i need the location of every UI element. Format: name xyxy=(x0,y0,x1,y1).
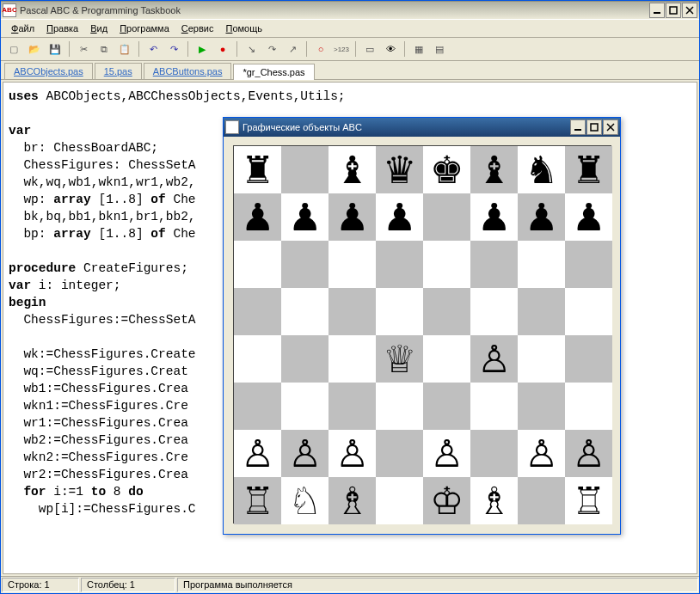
square-f6[interactable] xyxy=(470,241,518,288)
square-g1[interactable] xyxy=(518,477,565,524)
props-icon[interactable]: ▤ xyxy=(431,40,448,58)
square-d3[interactable] xyxy=(376,383,423,430)
square-f1[interactable]: ♗ xyxy=(470,477,518,524)
square-e6[interactable] xyxy=(423,241,470,288)
square-b4[interactable] xyxy=(281,335,329,383)
chess-piece[interactable]: ♟ xyxy=(241,199,274,236)
child-close-button[interactable] xyxy=(603,119,618,135)
square-a2[interactable]: ♙ xyxy=(234,430,281,477)
step-out-icon[interactable]: ↗ xyxy=(284,40,301,58)
chess-piece[interactable]: ♟ xyxy=(383,199,416,236)
square-f4[interactable]: ♙ xyxy=(470,335,518,383)
square-a5[interactable] xyxy=(234,288,281,335)
save-icon[interactable]: 💾 xyxy=(46,40,64,58)
square-e7[interactable] xyxy=(423,193,470,241)
chess-piece[interactable]: ♝ xyxy=(477,151,511,189)
run-icon[interactable]: ▶ xyxy=(193,40,211,58)
chess-piece[interactable]: ♟ xyxy=(572,199,605,236)
chess-piece[interactable]: ♘ xyxy=(288,482,322,520)
watch-icon[interactable]: 👁 xyxy=(382,40,399,58)
square-a1[interactable]: ♖ xyxy=(234,477,281,524)
main-titlebar[interactable]: ABC Pascal ABC & Programming Taskbook xyxy=(1,1,699,20)
tab-3[interactable]: *gr_Chess.pas xyxy=(233,64,314,80)
square-d4[interactable]: ♕ xyxy=(376,335,423,383)
square-b1[interactable]: ♘ xyxy=(281,477,329,524)
chess-piece[interactable]: ♜ xyxy=(241,151,274,189)
square-c6[interactable] xyxy=(329,241,376,288)
square-a7[interactable]: ♟ xyxy=(234,193,281,241)
chess-piece[interactable]: ♟ xyxy=(288,199,322,236)
square-d6[interactable] xyxy=(376,241,423,288)
chess-piece[interactable]: ♙ xyxy=(525,435,558,473)
square-h3[interactable] xyxy=(565,383,612,430)
window-icon[interactable]: ▭ xyxy=(361,40,378,58)
chess-piece[interactable]: ♖ xyxy=(241,482,274,520)
chess-piece[interactable]: ♝ xyxy=(335,151,369,189)
chess-piece[interactable]: ♙ xyxy=(241,435,274,473)
new-file-icon[interactable]: ▢ xyxy=(5,40,22,58)
square-h7[interactable]: ♟ xyxy=(565,193,612,241)
square-d1[interactable] xyxy=(376,477,423,524)
chess-piece[interactable]: ♙ xyxy=(572,435,605,473)
chess-piece[interactable]: ♛ xyxy=(383,151,416,189)
chess-piece[interactable]: ♖ xyxy=(572,482,605,520)
square-g6[interactable] xyxy=(518,241,565,288)
menu-item-2[interactable]: Вид xyxy=(85,21,113,35)
chess-piece[interactable]: ♚ xyxy=(430,151,464,189)
chess-window[interactable]: Графические объекты ABC ♜♝♛♚♝♞♜♟♟♟♟♟♟♟♕♙… xyxy=(223,117,621,535)
square-e8[interactable]: ♚ xyxy=(423,146,470,193)
square-d2[interactable] xyxy=(376,430,423,477)
chess-piece[interactable]: ♕ xyxy=(383,340,416,378)
square-d7[interactable]: ♟ xyxy=(376,193,423,241)
square-c4[interactable] xyxy=(329,335,376,383)
square-e2[interactable]: ♙ xyxy=(423,430,470,477)
chess-piece[interactable]: ♜ xyxy=(572,151,605,189)
step-over-icon[interactable]: ↷ xyxy=(263,40,280,58)
square-g3[interactable] xyxy=(518,383,565,430)
square-c3[interactable] xyxy=(329,383,376,430)
square-d5[interactable] xyxy=(376,288,423,335)
square-h1[interactable]: ♖ xyxy=(565,477,612,524)
menu-item-0[interactable]: Файл xyxy=(6,21,40,35)
square-g5[interactable] xyxy=(518,288,565,335)
copy-icon[interactable]: ⧉ xyxy=(95,40,113,58)
square-e4[interactable] xyxy=(423,335,470,383)
open-icon[interactable]: 📂 xyxy=(26,40,43,58)
tab-2[interactable]: ABCButtons.pas xyxy=(144,63,232,79)
square-f3[interactable] xyxy=(470,383,518,430)
square-c8[interactable]: ♝ xyxy=(329,146,376,193)
chess-titlebar[interactable]: Графические объекты ABC xyxy=(224,118,620,137)
chess-piece[interactable]: ♟ xyxy=(335,199,369,236)
menu-item-4[interactable]: Сервис xyxy=(176,21,219,35)
cut-icon[interactable]: ✂ xyxy=(75,40,92,58)
chess-piece[interactable]: ♟ xyxy=(477,199,511,236)
square-g8[interactable]: ♞ xyxy=(518,146,565,193)
chess-piece[interactable]: ♙ xyxy=(335,435,369,473)
child-maximize-button[interactable] xyxy=(586,119,602,135)
square-h5[interactable] xyxy=(565,288,612,335)
square-f8[interactable]: ♝ xyxy=(470,146,518,193)
square-g4[interactable] xyxy=(518,335,565,383)
square-b2[interactable]: ♙ xyxy=(281,430,329,477)
square-a4[interactable] xyxy=(234,335,281,383)
stop-icon[interactable]: ● xyxy=(214,40,231,58)
square-f2[interactable] xyxy=(470,430,518,477)
square-g2[interactable]: ♙ xyxy=(518,430,565,477)
paste-icon[interactable]: 📋 xyxy=(116,40,133,58)
chessboard[interactable]: ♜♝♛♚♝♞♜♟♟♟♟♟♟♟♕♙♙♙♙♙♙♙♖♘♗♔♗♖ xyxy=(233,145,611,524)
tab-0[interactable]: ABCObjects.pas xyxy=(4,63,93,79)
square-e1[interactable]: ♔ xyxy=(423,477,470,524)
square-b5[interactable] xyxy=(281,288,329,335)
chess-piece[interactable]: ♙ xyxy=(430,435,464,473)
child-minimize-button[interactable] xyxy=(570,119,586,135)
step-into-icon[interactable]: ↘ xyxy=(243,40,260,58)
square-h4[interactable] xyxy=(565,335,612,383)
maximize-button[interactable] xyxy=(666,3,681,18)
square-h6[interactable] xyxy=(565,241,612,288)
square-h8[interactable]: ♜ xyxy=(565,146,612,193)
square-b3[interactable] xyxy=(281,383,329,430)
chess-piece[interactable]: ♔ xyxy=(430,482,464,520)
undo-icon[interactable]: ↶ xyxy=(144,40,162,58)
chess-piece[interactable]: ♞ xyxy=(525,151,558,189)
square-b7[interactable]: ♟ xyxy=(281,193,329,241)
